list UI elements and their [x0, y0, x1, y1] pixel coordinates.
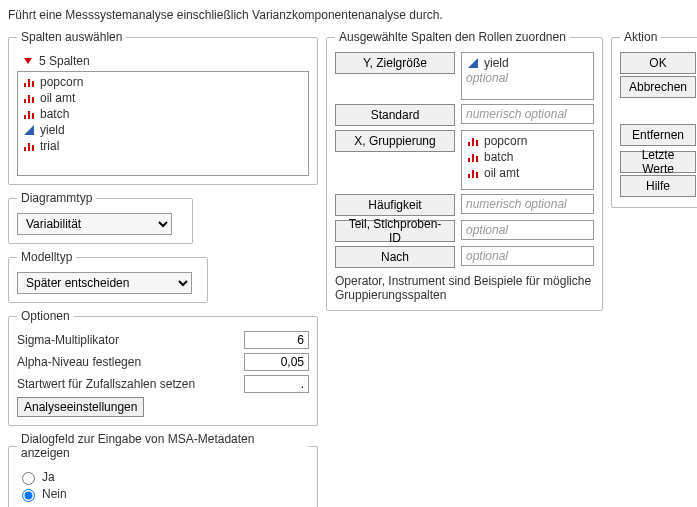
help-button[interactable]: Hilfe	[620, 175, 696, 197]
continuous-icon	[22, 124, 36, 136]
role-item[interactable]: oil amt	[466, 165, 589, 181]
actions-group: Aktion OK Abbrechen Entfernen Letzte Wer…	[611, 30, 697, 208]
columns-list[interactable]: popcornoil amtbatchyieldtrial	[17, 71, 309, 176]
meta-yes-radio[interactable]	[22, 472, 35, 485]
nominal-icon	[466, 167, 480, 179]
nominal-icon	[22, 108, 36, 120]
actions-legend: Aktion	[620, 30, 661, 44]
column-item-label: yield	[40, 123, 65, 137]
cancel-button[interactable]: Abbrechen	[620, 76, 696, 98]
freq-placeholder: numerisch optional	[466, 197, 567, 211]
standard-placeholder: numerisch optional	[466, 107, 567, 121]
by-role-button[interactable]: Nach	[335, 246, 455, 268]
svg-rect-16	[472, 138, 474, 146]
svg-marker-14	[468, 58, 478, 68]
column-item[interactable]: yield	[20, 122, 306, 138]
alpha-label: Alpha-Niveau festlegen	[17, 355, 141, 369]
role-item-label: popcorn	[484, 134, 527, 148]
seed-label: Startwert für Zufallszahlen setzen	[17, 377, 195, 391]
meta-dialog-group: Dialogfeld zur Eingabe von MSA-Metadaten…	[8, 432, 318, 507]
svg-marker-10	[24, 125, 34, 135]
role-item[interactable]: yield	[466, 55, 589, 71]
svg-marker-0	[24, 58, 32, 64]
nominal-icon	[22, 140, 36, 152]
svg-rect-19	[472, 154, 474, 162]
meta-no-label: Nein	[42, 487, 67, 501]
roles-group: Ausgewählte Spalten den Rollen zuordnen …	[326, 30, 603, 311]
svg-rect-9	[32, 113, 34, 119]
model-type-legend: Modelltyp	[17, 250, 76, 264]
column-item[interactable]: oil amt	[20, 90, 306, 106]
sigma-label: Sigma-Multiplikator	[17, 333, 119, 347]
freq-role-button[interactable]: Häufigkeit	[335, 194, 455, 216]
svg-rect-6	[32, 97, 34, 103]
nominal-icon	[22, 92, 36, 104]
columns-count-row[interactable]: 5 Spalten	[17, 52, 309, 71]
continuous-icon	[466, 57, 480, 69]
svg-rect-2	[28, 79, 30, 87]
model-type-select[interactable]: Später entscheiden	[17, 272, 192, 294]
by-role-field[interactable]: optional	[461, 246, 594, 266]
seed-input[interactable]	[244, 375, 309, 393]
column-item[interactable]: batch	[20, 106, 306, 122]
svg-rect-22	[472, 170, 474, 178]
recall-button[interactable]: Letzte Werte	[620, 151, 696, 173]
roles-hint: Operator, Instrument sind Beispiele für …	[335, 274, 594, 302]
roles-legend: Ausgewählte Spalten den Rollen zuordnen	[335, 30, 570, 44]
part-role-field[interactable]: optional	[461, 220, 594, 240]
remove-button[interactable]: Entfernen	[620, 124, 696, 146]
svg-rect-4	[24, 99, 26, 103]
ok-button[interactable]: OK	[620, 52, 696, 74]
role-item[interactable]: batch	[466, 149, 589, 165]
meta-yes-label: Ja	[42, 470, 55, 484]
nominal-icon	[466, 135, 480, 147]
standard-role-field[interactable]: numerisch optional	[461, 104, 594, 124]
nominal-icon	[22, 76, 36, 88]
columns-group: Spalten auswählen 5 Spalten popcornoil a…	[8, 30, 318, 185]
sigma-input[interactable]	[244, 331, 309, 349]
svg-rect-11	[24, 147, 26, 151]
part-placeholder: optional	[466, 223, 508, 237]
column-item-label: oil amt	[40, 91, 75, 105]
alpha-input[interactable]	[244, 353, 309, 371]
role-item[interactable]: popcorn	[466, 133, 589, 149]
svg-rect-13	[32, 145, 34, 151]
column-item[interactable]: trial	[20, 138, 306, 154]
chart-type-group: Diagrammtyp Variabilität	[8, 191, 193, 244]
svg-rect-7	[24, 115, 26, 119]
column-item-label: trial	[40, 139, 59, 153]
y-role-field[interactable]: yieldoptional	[461, 52, 594, 100]
analysis-settings-button[interactable]: Analyseeinstellungen	[17, 397, 144, 417]
svg-rect-8	[28, 111, 30, 119]
svg-rect-1	[24, 83, 26, 87]
meta-no-row[interactable]: Nein	[17, 486, 309, 502]
dropdown-icon	[21, 55, 35, 67]
y-role-button[interactable]: Y, Zielgröße	[335, 52, 455, 74]
svg-rect-3	[32, 81, 34, 87]
x-role-button[interactable]: X, Gruppierung	[335, 130, 455, 152]
dialog-description: Führt eine Messsystemanalyse einschließl…	[8, 8, 689, 22]
x-role-field[interactable]: popcornbatchoil amt	[461, 130, 594, 190]
options-group: Optionen Sigma-Multiplikator Alpha-Nivea…	[8, 309, 318, 426]
meta-dialog-legend: Dialogfeld zur Eingabe von MSA-Metadaten…	[17, 432, 309, 460]
model-type-group: Modelltyp Später entscheiden	[8, 250, 208, 303]
svg-rect-12	[28, 143, 30, 151]
chart-type-legend: Diagrammtyp	[17, 191, 96, 205]
svg-rect-23	[476, 172, 478, 178]
freq-role-field[interactable]: numerisch optional	[461, 194, 594, 214]
by-placeholder: optional	[466, 249, 508, 263]
role-item-label: yield	[484, 56, 509, 70]
svg-rect-5	[28, 95, 30, 103]
meta-yes-row[interactable]: Ja	[17, 469, 309, 485]
standard-role-button[interactable]: Standard	[335, 104, 455, 126]
y-placeholder: optional	[466, 71, 589, 85]
options-legend: Optionen	[17, 309, 74, 323]
chart-type-select[interactable]: Variabilität	[17, 213, 172, 235]
column-item-label: batch	[40, 107, 69, 121]
column-item[interactable]: popcorn	[20, 74, 306, 90]
meta-no-radio[interactable]	[22, 489, 35, 502]
svg-rect-20	[476, 156, 478, 162]
svg-rect-21	[468, 174, 470, 178]
part-role-button[interactable]: Teil, Stichproben-ID	[335, 220, 455, 242]
columns-count-label: 5 Spalten	[39, 54, 90, 68]
